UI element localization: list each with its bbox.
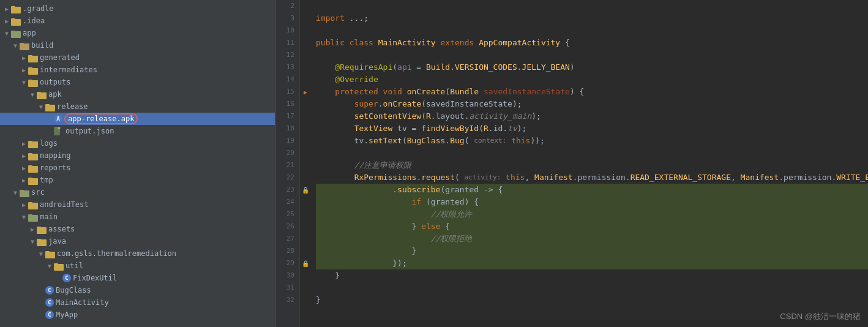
line-number: 32	[280, 294, 294, 306]
folder-icon	[54, 262, 64, 269]
tree-item-tmp[interactable]: tmp	[0, 174, 275, 186]
tree-item-output-json[interactable]: output.json	[0, 125, 275, 137]
tree-item-release[interactable]: release	[0, 100, 275, 113]
token: onCreate	[383, 98, 422, 110]
tree-item-mainactivity[interactable]: CMainActivity	[0, 296, 275, 309]
tree-item-logs[interactable]: logs	[0, 137, 275, 149]
line-number: 23	[280, 184, 294, 196]
token: this	[506, 135, 530, 147]
gutter-arrow-icon: ▶	[304, 89, 307, 96]
token: request	[421, 171, 455, 184]
gutter-cell	[300, 282, 311, 294]
line-number: 15	[280, 86, 294, 98]
arrow-icon	[20, 67, 28, 73]
tree-item-com-gsls[interactable]: com.gsls.thermalremediation	[0, 247, 275, 260]
tree-item-src[interactable]: src	[0, 186, 275, 198]
line-number: 2	[280, 0, 294, 12]
tree-item-generated[interactable]: generated	[0, 51, 275, 64]
token	[316, 61, 335, 73]
token: (savedInstanceState);	[421, 98, 522, 110]
tree-item-fixdexutil[interactable]: CFixDexUtil	[0, 272, 275, 284]
line-number: 3	[280, 12, 294, 24]
tree-item-gradle[interactable]: .gradle	[0, 2, 275, 15]
item-label: app-release.apk	[68, 115, 134, 123]
tree-item-myapp[interactable]: CMyApp	[0, 309, 275, 321]
token: activity_main	[469, 110, 531, 122]
tree-item-androidTest[interactable]: androidTest	[0, 198, 275, 211]
token: id	[493, 122, 503, 135]
token	[316, 110, 354, 122]
apk-filename: app-release.apk	[64, 113, 138, 124]
token: ,	[731, 171, 741, 184]
code-content: import ...; public class MainActivity ex…	[311, 0, 868, 327]
gutter-cell: ▶	[300, 86, 311, 98]
token: activity:	[465, 171, 501, 184]
token: .	[831, 171, 836, 184]
token: (	[455, 171, 465, 184]
code-line: import ...;	[316, 12, 868, 24]
token: tv =	[392, 122, 421, 135]
gutter-cell	[300, 171, 311, 184]
token: .	[517, 61, 522, 73]
file-tree[interactable]: .gradle .idea app build generated interm…	[0, 0, 275, 327]
apk-icon: A	[54, 115, 62, 123]
token	[316, 220, 412, 233]
line-number: 10	[280, 24, 294, 37]
gutter-cell	[300, 24, 311, 37]
tree-item-build[interactable]: build	[0, 39, 275, 51]
tree-item-intermediates[interactable]: intermediates	[0, 64, 275, 76]
token	[316, 135, 354, 147]
tree-item-assets[interactable]: assets	[0, 223, 275, 235]
token: ,	[525, 171, 534, 184]
svg-rect-31	[28, 202, 32, 204]
token: super	[354, 98, 378, 110]
tree-item-mapping[interactable]: mapping	[0, 149, 275, 162]
code-line: @Override	[316, 73, 868, 86]
token: tv	[354, 135, 364, 147]
token: tv	[507, 122, 517, 135]
arrow-icon	[20, 55, 28, 61]
tree-item-app-release[interactable]: A app-release.apk	[0, 113, 275, 125]
token: if	[412, 196, 422, 208]
token: .	[392, 184, 397, 196]
arrow-icon	[2, 30, 11, 37]
token: );	[531, 110, 541, 122]
tree-item-bugclass[interactable]: CBugClass	[0, 284, 275, 296]
item-label: apk	[48, 90, 62, 99]
tree-item-apk[interactable]: apk	[0, 88, 275, 100]
arrow-icon	[20, 214, 28, 220]
token	[316, 73, 335, 86]
token	[316, 233, 431, 245]
tree-item-util[interactable]: util	[0, 260, 275, 272]
item-label: util	[65, 261, 83, 270]
code-area: 2310111213141516171819202122232425262728…	[275, 0, 868, 327]
tree-item-java[interactable]: java	[0, 235, 275, 247]
folder-icon	[20, 42, 29, 49]
line-number: 18	[280, 122, 294, 135]
code-editor[interactable]: 2310111213141516171819202122232425262728…	[275, 0, 868, 327]
svg-rect-5	[11, 31, 15, 32]
gutter: ▶🔒🔒	[300, 0, 311, 327]
line-number: 19	[280, 135, 294, 147]
gutter-cell	[300, 159, 311, 171]
tree-item-app[interactable]: app	[0, 27, 275, 39]
code-line: //权限拒绝	[316, 233, 868, 245]
tree-item-idea[interactable]: .idea	[0, 15, 275, 27]
tree-item-reports[interactable]: reports	[0, 162, 275, 174]
tree-item-main[interactable]: main	[0, 211, 275, 223]
line-number: 13	[280, 61, 294, 73]
line-number: 30	[280, 269, 294, 282]
tree-item-outputs[interactable]: outputs	[0, 76, 275, 88]
code-line: setContentView(R.layout.activity_main);	[316, 110, 868, 122]
token: .	[626, 171, 630, 184]
token: //权限允许	[431, 208, 473, 220]
folder-icon	[37, 225, 47, 233]
line-number: 20	[280, 147, 294, 159]
item-label: logs	[40, 139, 58, 148]
code-line: } else {	[316, 220, 868, 233]
item-label: mapping	[40, 151, 71, 160]
folder-icon	[28, 66, 38, 73]
svg-rect-27	[28, 178, 32, 179]
line-number: 21	[280, 159, 294, 171]
code-line: }	[316, 294, 868, 306]
